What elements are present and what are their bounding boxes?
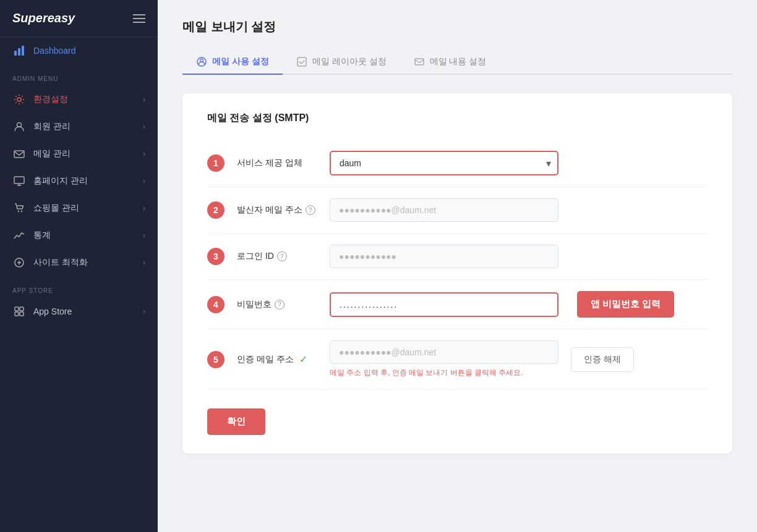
sidebar-item-label-appstore: App Store (33, 306, 143, 316)
optimize-icon (12, 256, 26, 269)
sidebar-logo: Supereasy (0, 0, 158, 37)
auth-email-control: 메일 주소 입력 후, 인증 메일 보내기 버튼을 클릭해 주세요. (330, 340, 558, 378)
admin-menu-label: ADMIN MENU (0, 64, 158, 86)
hamburger-icon[interactable] (133, 14, 145, 23)
mail-arrow-icon: › (143, 150, 145, 158)
svg-rect-0 (14, 51, 17, 56)
tab-mail-content-label: 메일 내용 설정 (430, 56, 487, 67)
logo-text: Supereasy (12, 11, 75, 25)
sidebar-item-label-dashboard: Dashboard (33, 46, 145, 56)
sidebar-item-label-member: 회원 관리 (33, 121, 143, 132)
sidebar-item-statistics[interactable]: 통계 › (0, 222, 158, 249)
main-area: 메일 보내기 설정 메일 사용 설정 (158, 0, 757, 532)
form-row-password: 4 비밀번호 ? 앱 비밀번호 입력 (207, 280, 708, 329)
form-label-3: 로그인 ID ? (237, 251, 317, 262)
app-password-button[interactable]: 앱 비밀번호 입력 (577, 291, 674, 318)
user-circle-icon (196, 56, 207, 67)
help-icon-4[interactable]: ? (275, 300, 284, 310)
svg-point-3 (17, 98, 21, 101)
smtp-settings-card: 메일 전송 설정 (SMTP) 1 서비스 제공 업체 daum naver g… (182, 93, 732, 454)
login-id-control (330, 245, 558, 268)
step-badge-3: 3 (207, 248, 225, 265)
card-section-title: 메일 전송 설정 (SMTP) (207, 112, 708, 125)
sidebar-item-mail[interactable]: 메일 관리 › (0, 140, 158, 167)
check-icon: ✓ (299, 353, 307, 365)
form-label-2: 발신자 메일 주소 ? (237, 205, 317, 216)
svg-point-7 (18, 211, 19, 212)
sidebar-item-label-shopping: 쇼핑몰 관리 (33, 203, 143, 214)
auth-email-helper: 메일 주소 입력 후, 인증 메일 보내기 버튼을 클릭해 주세요. (330, 368, 558, 378)
sidebar-item-label-env: 환경설정 (33, 94, 143, 105)
page-title: 메일 보내기 설정 (182, 19, 732, 35)
svg-rect-2 (22, 46, 24, 56)
form-label-1: 서비스 제공 업체 (237, 158, 317, 169)
form-row-auth-email: 5 인증 메일 주소 ✓ 메일 주소 입력 후, 인증 메일 보내기 버튼을 클… (207, 329, 708, 390)
svg-rect-16 (297, 57, 306, 66)
step-badge-4: 4 (207, 296, 225, 313)
step-badge-5: 5 (207, 351, 225, 368)
monitor-icon (12, 174, 26, 188)
confirm-button[interactable]: 확인 (207, 408, 265, 435)
help-icon-3[interactable]: ? (277, 251, 287, 261)
confirm-btn-wrap: 확인 (207, 408, 708, 435)
sender-email-control (330, 198, 558, 222)
appstore-icon (12, 305, 26, 318)
homepage-arrow-icon: › (143, 177, 145, 185)
help-icon-2[interactable]: ? (306, 205, 315, 215)
form-label-4: 비밀번호 ? (237, 299, 317, 310)
tab-mail-use-label: 메일 사용 설정 (212, 56, 269, 67)
revoke-button[interactable]: 인증 해제 (571, 347, 634, 372)
appstore-arrow-icon: › (143, 307, 145, 316)
sidebar-item-member[interactable]: 회원 관리 › (0, 113, 158, 140)
service-provider-select[interactable]: daum naver gmail nate (330, 151, 558, 175)
svg-rect-1 (18, 48, 20, 56)
sender-email-input[interactable] (330, 198, 558, 222)
svg-rect-12 (15, 312, 19, 316)
shop-icon (12, 201, 26, 215)
login-id-input[interactable] (330, 245, 558, 268)
optimization-arrow-icon: › (143, 258, 145, 267)
mail-icon (12, 147, 26, 161)
tab-mail-use[interactable]: 메일 사용 설정 (182, 50, 283, 75)
chart-icon (12, 44, 26, 57)
sidebar-item-label-mail: 메일 관리 (33, 148, 143, 159)
gear-icon (12, 93, 26, 106)
svg-rect-11 (20, 307, 24, 311)
step-badge-2: 2 (207, 201, 225, 219)
service-provider-control: daum naver gmail nate (330, 151, 558, 175)
auth-email-input[interactable] (330, 340, 558, 364)
sidebar-item-dashboard[interactable]: Dashboard (0, 37, 158, 64)
check-square-icon (296, 56, 307, 67)
sidebar-nav: Dashboard ADMIN MENU 환경설정 › 회원 관 (0, 37, 158, 532)
step-badge-1: 1 (207, 154, 225, 172)
sidebar-item-label-homepage: 홈페이지 관리 (33, 175, 143, 187)
svg-rect-6 (14, 177, 24, 184)
tab-mail-layout[interactable]: 메일 레이아웃 설정 (283, 50, 400, 75)
sidebar-item-optimization[interactable]: 사이트 최적화 › (0, 249, 158, 276)
sidebar-item-label-statistics: 통계 (33, 230, 143, 241)
user-icon (12, 120, 26, 133)
svg-rect-5 (14, 151, 24, 158)
shopping-arrow-icon: › (143, 204, 145, 213)
member-arrow-icon: › (143, 122, 145, 131)
password-input[interactable] (330, 292, 558, 317)
tab-mail-content[interactable]: 메일 내용 설정 (400, 50, 500, 75)
password-control (330, 292, 558, 317)
statistics-arrow-icon: › (143, 231, 145, 240)
form-row-sender-email: 2 발신자 메일 주소 ? (207, 187, 708, 234)
sidebar-item-appstore[interactable]: App Store › (0, 298, 158, 325)
tabs: 메일 사용 설정 메일 레이아웃 설정 메일 내 (182, 50, 732, 75)
env-arrow-icon: › (143, 95, 145, 104)
mail-content-icon (414, 56, 425, 67)
sidebar-item-label-optimization: 사이트 최적화 (33, 257, 143, 268)
svg-point-8 (21, 211, 22, 212)
main-content: 메일 보내기 설정 메일 사용 설정 (158, 0, 757, 532)
form-row-service-provider: 1 서비스 제공 업체 daum naver gmail nate (207, 140, 708, 187)
sidebar-item-homepage[interactable]: 홈페이지 관리 › (0, 167, 158, 195)
app-store-section-label: APP STORE (0, 276, 158, 298)
sidebar-item-env-settings[interactable]: 환경설정 › (0, 86, 158, 113)
sidebar-item-shopping[interactable]: 쇼핑몰 관리 › (0, 195, 158, 222)
tab-mail-layout-label: 메일 레이아웃 설정 (312, 56, 387, 67)
svg-rect-13 (20, 312, 24, 316)
stats-icon (12, 229, 26, 242)
